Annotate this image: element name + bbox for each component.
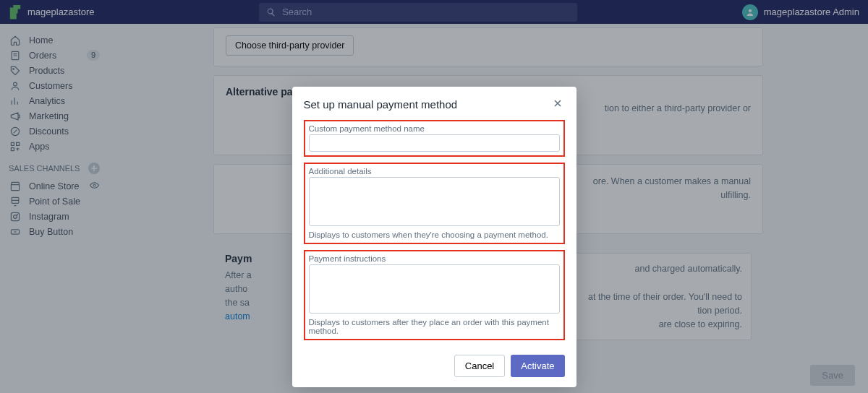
cancel-button[interactable]: Cancel [454, 355, 505, 377]
additional-details-help: Displays to customers when they're choos… [309, 230, 560, 239]
additional-details-label: Additional details [309, 167, 560, 176]
field-payment-instructions: Payment instructions Displays to custome… [304, 250, 565, 340]
modal-title: Set up manual payment method [304, 98, 458, 111]
activate-button[interactable]: Activate [511, 355, 564, 377]
modal-footer: Cancel Activate [292, 346, 576, 387]
payment-name-label: Custom payment method name [309, 124, 560, 133]
manual-payment-modal: Set up manual payment method Custom paym… [292, 87, 576, 387]
modal-body: Custom payment method name Additional de… [292, 120, 576, 340]
close-button[interactable] [550, 97, 565, 111]
field-additional-details: Additional details Displays to customers… [304, 163, 565, 244]
modal-overlay: Set up manual payment method Custom paym… [0, 0, 868, 393]
payment-name-input[interactable] [309, 134, 560, 152]
close-icon [552, 98, 563, 109]
additional-details-input[interactable] [309, 177, 560, 226]
payment-instructions-help: Displays to customers after they place a… [309, 318, 560, 335]
payment-instructions-input[interactable] [309, 264, 560, 314]
modal-header: Set up manual payment method [292, 87, 576, 120]
payment-instructions-label: Payment instructions [309, 254, 560, 263]
field-payment-name: Custom payment method name [304, 120, 565, 157]
